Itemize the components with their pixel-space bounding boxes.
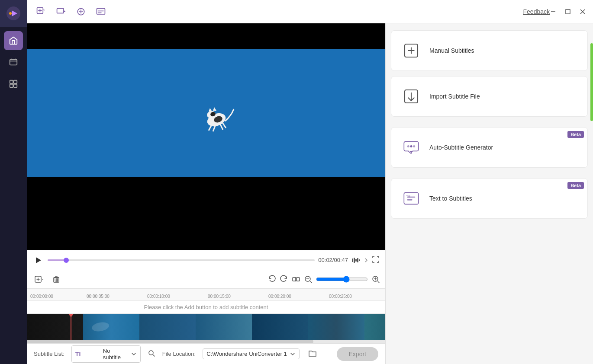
sidebar-item-home[interactable] [4,31,23,50]
svg-rect-7 [14,84,17,87]
svg-point-40 [410,145,413,147]
video-frame [27,23,385,250]
play-button[interactable] [32,254,44,266]
svg-rect-4 [10,80,13,83]
zoom-out-button[interactable] [304,275,313,284]
subtitle-list-select[interactable]: TI No subtitle [71,345,141,363]
subtitle-select-icon: TI [75,351,100,358]
ruler-marks: 00:00:00:00 00:00:05:00 00:00:10:00 00:0… [27,289,385,300]
svg-line-23 [222,123,226,128]
subtitle-search-button[interactable] [148,349,155,359]
timeline-ruler: 00:00:00:00 00:00:05:00 00:00:10:00 00:0… [27,289,385,301]
feedback-button[interactable]: Feedback [523,8,550,15]
timeline-frame [308,314,364,340]
file-path-value: C:\Wondershare UniConverter 1 [206,351,287,357]
fullscreen-button[interactable] [371,255,380,265]
svg-rect-32 [293,278,296,281]
text-to-subtitles-card[interactable]: Beta TE Text to Subtitles [391,178,588,219]
zoom-slider[interactable] [316,276,368,283]
text-to-subtitles-label: Text to Subtitles [429,195,472,202]
svg-point-2 [9,12,12,15]
file-location-label: File Location: [162,351,196,357]
split-button[interactable] [292,275,300,284]
zoom-in-button[interactable] [371,275,380,284]
audio-button[interactable] [351,257,368,264]
svg-rect-25 [352,259,353,262]
right-panel-scrollbar-thumb [590,43,593,121]
close-button[interactable] [577,6,589,18]
subtitle-select-value: No subtitle [103,348,128,361]
sidebar-item-media[interactable] [4,53,23,72]
subtitle-toolbar [27,270,385,289]
ruler-mark-0: 00:00:00:00 [30,289,53,300]
browse-folder-button[interactable] [308,349,317,359]
window-controls [547,6,589,18]
auto-subtitle-beta-badge: Beta [567,131,584,138]
svg-rect-29 [359,259,360,261]
svg-rect-28 [357,258,358,262]
redo-button[interactable] [280,275,288,284]
panel-spacer-1 [386,117,593,122]
auto-subtitle-label: Auto-Subtitle Generator [429,144,493,151]
video-subject [190,96,242,139]
svg-point-36 [149,351,153,355]
ruler-mark-4: 00:00:20:00 [268,289,291,300]
timeline-frame [139,314,196,340]
timeline-area: 00:00:00:00 00:00:05:00 00:00:10:00 00:0… [27,289,385,343]
minimize-button[interactable] [547,6,559,18]
ruler-mark-5: 00:00:25:00 [329,289,352,300]
sidebar-item-tools[interactable] [4,74,23,93]
time-display: 00:02/00:47 [318,257,348,263]
screen-recorder-button[interactable] [54,4,68,19]
seek-bar[interactable] [48,259,315,261]
svg-rect-27 [355,259,357,262]
timeline-scrollbar[interactable] [27,340,385,343]
video-player [27,23,385,250]
body-area: 00:02/00:47 [27,23,593,364]
undo-button[interactable] [267,275,276,284]
delete-subtitle-button[interactable] [49,272,63,286]
ai-tools-button[interactable] [74,4,88,19]
subtitle-list-label: Subtitle List: [34,351,64,357]
ruler-mark-2: 00:00:10:00 [147,289,170,300]
text-to-subtitles-beta-badge: Beta [567,182,584,189]
svg-rect-5 [14,80,17,83]
export-button[interactable]: Export [337,347,378,361]
manual-subtitles-card[interactable]: Manual Subtitles [391,30,588,71]
svg-marker-24 [36,257,41,263]
timeline-frame [252,314,308,340]
video-letterbox-top [27,23,385,49]
chevron-down-icon [131,351,137,357]
svg-line-22 [220,124,223,130]
svg-rect-6 [10,84,13,87]
timeline-strip[interactable] [27,314,385,340]
text-to-subtitles-content: Text to Subtitles [429,195,472,202]
text-subtitle-icon: TE [400,187,422,210]
svg-marker-16 [209,108,212,112]
right-panel: Manual Subtitles Import Subtitle File [385,23,593,364]
timeline-frame [364,314,385,340]
add-subtitle-button[interactable] [32,272,46,286]
svg-rect-9 [57,8,64,13]
subtitle-tool-button[interactable] [93,4,108,19]
timeline-scrollbar-thumb [27,340,313,343]
video-content [27,49,385,177]
add-media-button[interactable] [34,4,48,19]
auto-subtitle-card[interactable]: Beta T Auto-Subtitle Gene [391,127,588,168]
svg-text:T: T [410,150,412,155]
import-subtitle-card[interactable]: Import Subtitle File [391,76,588,117]
svg-rect-33 [296,278,300,281]
import-subtitle-label: Import Subtitle File [429,93,480,100]
chevron-down-icon-path [290,351,296,357]
svg-rect-13 [566,10,570,14]
video-editor-area: 00:02/00:47 [27,23,385,364]
main-content: Feedback [27,0,593,364]
bottom-bar: Subtitle List: TI No subtitle [27,343,385,364]
app-logo [0,0,27,27]
timeline-frame [196,314,252,340]
import-box-icon [400,85,422,108]
plus-box-icon [400,39,422,62]
file-path-select[interactable]: C:\Wondershare UniConverter 1 [203,348,299,359]
seek-thumb [64,258,69,263]
maximize-button[interactable] [562,6,574,18]
